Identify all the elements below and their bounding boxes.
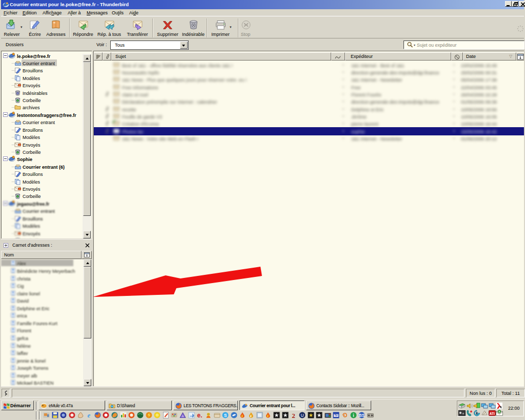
svg-text:e.: e. xyxy=(197,412,202,418)
svg-text:2: 2 xyxy=(292,412,295,418)
svg-text:TV: TV xyxy=(334,414,338,417)
svg-text:S: S xyxy=(224,413,227,418)
svg-text:i: i xyxy=(353,413,354,418)
svg-text:U: U xyxy=(300,413,304,418)
svg-text:e: e xyxy=(88,412,91,418)
svg-text:ATI: ATI xyxy=(490,412,495,415)
svg-text:BS: BS xyxy=(359,413,365,418)
